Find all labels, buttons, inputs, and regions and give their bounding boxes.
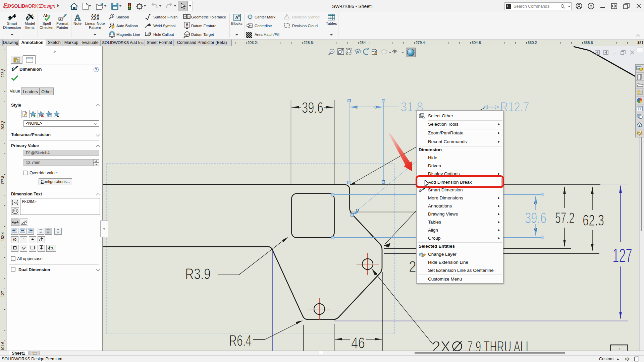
svg-text:SOLID: SOLID xyxy=(11,3,25,9)
svg-text:2: 2 xyxy=(409,258,416,275)
svg-text:2X: 2X xyxy=(432,338,450,351)
svg-text:xx: xx xyxy=(57,229,59,231)
svg-text:39.6: 39.6 xyxy=(525,209,546,227)
svg-text:127: 127 xyxy=(612,245,632,266)
svg-text:62.3: 62.3 xyxy=(583,212,604,229)
svg-text:xx: xx xyxy=(40,231,42,233)
svg-text:x: x xyxy=(26,221,27,224)
svg-text:39.6: 39.6 xyxy=(302,99,323,116)
svg-text:•xx•: •xx• xyxy=(56,231,60,233)
svg-text:R12.7: R12.7 xyxy=(500,100,529,114)
svg-text:0.3: 0.3 xyxy=(187,15,191,18)
svg-text:57.2: 57.2 xyxy=(555,209,575,227)
svg-text:A: A xyxy=(235,15,238,20)
svg-text:R6.4: R6.4 xyxy=(229,332,252,349)
svg-text:WORKS: WORKS xyxy=(24,3,41,9)
svg-text:A: A xyxy=(59,18,62,21)
svg-text:•xx•: •xx• xyxy=(47,231,50,233)
svg-text:?: ? xyxy=(590,4,592,9)
svg-text:•xx•: •xx• xyxy=(47,229,50,231)
svg-text:Design: Design xyxy=(40,3,55,9)
svg-text:R3.9: R3.9 xyxy=(185,265,211,283)
svg-text:1: 1 xyxy=(112,14,113,18)
svg-text:A: A xyxy=(74,13,81,21)
svg-text:A1: A1 xyxy=(186,35,189,37)
svg-text:7.9 THRU ALL: 7.9 THRU ALL xyxy=(467,338,531,351)
svg-text:•xx•: •xx• xyxy=(39,229,43,231)
svg-text:x: x xyxy=(14,221,16,224)
svg-text:46: 46 xyxy=(351,334,365,351)
